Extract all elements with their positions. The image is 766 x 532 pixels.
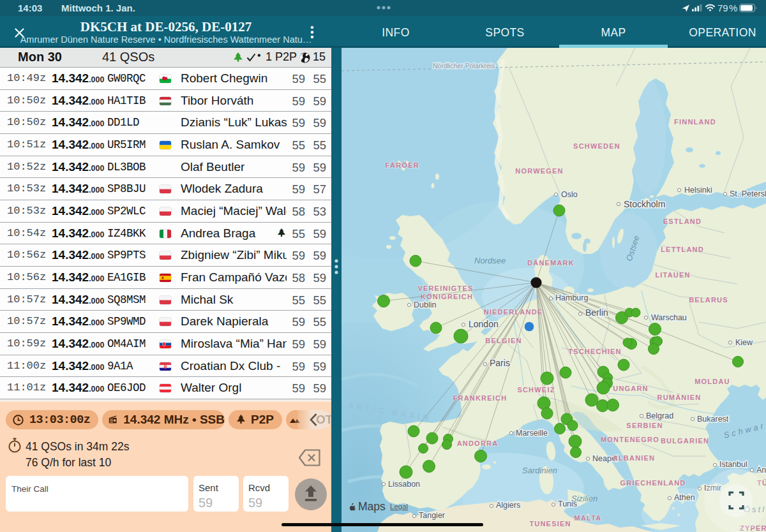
svg-text:VEREINIGTES: VEREINIGTES: [417, 284, 473, 292]
svg-text:Sardinien: Sardinien: [522, 466, 557, 475]
svg-text:Algiers: Algiers: [496, 501, 520, 510]
svg-text:Maps: Maps: [358, 500, 386, 513]
svg-text:NORWEGEN: NORWEGEN: [515, 167, 563, 175]
svg-text:London: London: [469, 319, 499, 329]
svg-text:MOLDAU: MOLDAU: [695, 378, 730, 385]
svg-text:Ankara: Ankara: [756, 466, 766, 475]
svg-text:ANDORRA: ANDORRA: [457, 440, 499, 447]
svg-text:FRANKREICH: FRANKREICH: [453, 394, 507, 402]
svg-text:Legal: Legal: [390, 503, 408, 510]
svg-text:Paris: Paris: [490, 358, 510, 368]
svg-text:DÄNEMARK: DÄNEMARK: [527, 259, 574, 267]
svg-text:Dublin: Dublin: [414, 300, 436, 309]
svg-text:Marseille: Marseille: [516, 429, 548, 438]
svg-text:Oslo: Oslo: [561, 190, 578, 199]
svg-text:Hamburg: Hamburg: [555, 293, 588, 302]
svg-text:BULGARIEN: BULGARIEN: [661, 437, 709, 445]
svg-text:SERBIEN: SERBIEN: [626, 422, 663, 429]
svg-text:BELGIEN: BELGIEN: [485, 337, 522, 344]
svg-text:LETTLAND: LETTLAND: [661, 246, 704, 253]
svg-text:Sizilien: Sizilien: [571, 494, 597, 503]
svg-text:Stockholm: Stockholm: [624, 199, 665, 209]
svg-text:St. Petersburg: St. Petersburg: [730, 189, 766, 198]
svg-text:BELARUS: BELARUS: [689, 296, 728, 304]
svg-text:TUNESIEN: TUNESIEN: [529, 520, 571, 528]
svg-text:Tangier: Tangier: [419, 511, 445, 520]
svg-text:Helsinki: Helsinki: [684, 186, 712, 195]
svg-text:Belgrad: Belgrad: [646, 411, 673, 420]
svg-text:NIEDERLANDE: NIEDERLANDE: [484, 308, 543, 316]
svg-text:FÄRÖER: FÄRÖER: [385, 161, 419, 169]
svg-text:LITAUEN: LITAUEN: [655, 271, 690, 279]
svg-text:UNGARN: UNGARN: [613, 385, 648, 392]
svg-text:ESTLAND: ESTLAND: [663, 218, 702, 225]
svg-text:KÖNIGREICH: KÖNIGREICH: [421, 293, 473, 300]
svg-text:MALTA: MALTA: [574, 514, 602, 522]
svg-text:Athen: Athen: [674, 493, 695, 502]
svg-text:RUMÄNIEN: RUMÄNIEN: [657, 394, 702, 401]
svg-text:Nordsee: Nordsee: [474, 256, 506, 265]
svg-text:ALBANIEN: ALBANIEN: [613, 454, 655, 462]
svg-text:TSCHECHIEN: TSCHECHIEN: [568, 348, 622, 355]
svg-text:SCHWEDEN: SCHWEDEN: [573, 142, 620, 150]
svg-text:GRIECHENLAND: GRIECHENLAND: [620, 479, 686, 487]
svg-text:Nördlicher Polarkreis: Nördlicher Polarkreis: [433, 62, 495, 70]
svg-text:Berlin: Berlin: [585, 307, 608, 318]
svg-text:FINNLAND: FINNLAND: [674, 118, 716, 126]
svg-text:Kiew: Kiew: [735, 338, 753, 347]
svg-text:Lissabon: Lissabon: [388, 480, 420, 489]
svg-text:SCHWEIZ: SCHWEIZ: [517, 386, 555, 394]
svg-text:MONTENEGRO: MONTENEGRO: [601, 436, 659, 443]
svg-text:Istanbul: Istanbul: [719, 460, 747, 469]
svg-text:Bukarest: Bukarest: [697, 415, 729, 424]
svg-text:Warschau: Warschau: [651, 313, 687, 322]
